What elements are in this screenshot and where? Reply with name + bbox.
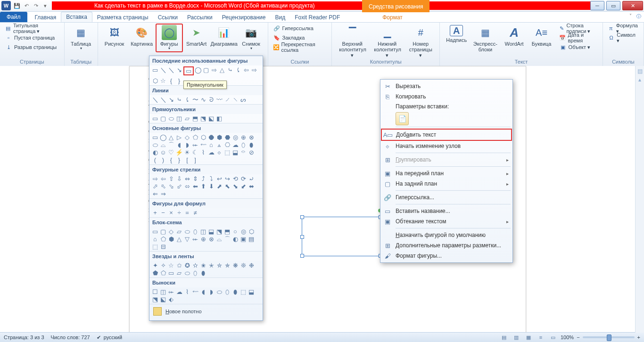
page-number-button[interactable]: #Номер страницы ▾	[405, 24, 437, 58]
shape[interactable]: ☾	[191, 149, 199, 156]
signature-line-button[interactable]: ✎Строка подписи ▾	[557, 24, 600, 33]
shape[interactable]: ⬮	[199, 269, 207, 277]
shape[interactable]: ⇩	[175, 175, 183, 182]
shape[interactable]: ⇔	[183, 175, 191, 182]
shape-textbox[interactable]: ▭	[151, 66, 159, 73]
symbol-button[interactable]: ΩСимвол ▾	[606, 33, 641, 42]
shape[interactable]: ▷	[175, 134, 183, 141]
shape[interactable]: ÷	[175, 209, 183, 216]
shape[interactable]: ⬊	[231, 183, 239, 190]
shape[interactable]: ⬰	[167, 288, 175, 295]
view-outline[interactable]: ≡	[536, 333, 545, 342]
shape[interactable]: ⬅	[191, 183, 199, 190]
smartart-button[interactable]: ➤SmartArt	[183, 24, 210, 52]
shape[interactable]: ◇	[167, 228, 175, 235]
shape[interactable]: ○	[231, 228, 239, 235]
shape[interactable]: ⬂	[167, 183, 175, 190]
shape[interactable]: ⬰	[191, 141, 199, 148]
blank-page-button[interactable]: ▫Пустая страница	[3, 33, 61, 42]
shape[interactable]: ⬁	[159, 183, 167, 190]
shape-rounded-rect[interactable]: ▢	[202, 66, 210, 73]
view-draft[interactable]: ▭	[548, 333, 558, 342]
tab-format[interactable]: Формат	[378, 13, 407, 22]
ctx-copy[interactable]: ⎘Копировать	[381, 91, 512, 102]
zoom-slider[interactable]	[583, 336, 635, 338]
shape[interactable]: ⬭	[215, 288, 223, 295]
shape-rect[interactable]: ◧	[215, 115, 223, 122]
shape-hex[interactable]: ⬡	[151, 77, 159, 84]
ctx-text-wrap[interactable]: ▣Обтекание текстом▸	[381, 216, 512, 227]
shape[interactable]: ⬓	[207, 228, 215, 235]
shape-line[interactable]: ᔕ	[239, 96, 247, 103]
redo-icon[interactable]: ↷	[32, 2, 40, 9]
shape-rect[interactable]: ⬭	[167, 115, 175, 122]
shape[interactable]: ⬕	[159, 296, 167, 303]
shape-rect[interactable]: ⬒	[191, 115, 199, 122]
shape[interactable]: ◐	[151, 149, 159, 156]
shape[interactable]: ✮	[215, 262, 223, 269]
shape-brace[interactable]: {	[167, 77, 175, 84]
shape[interactable]: ⌔	[239, 149, 247, 156]
tab-view[interactable]: Вид	[270, 13, 290, 22]
shape[interactable]: ☁	[175, 288, 183, 295]
shape[interactable]: ⊕	[239, 134, 247, 141]
shape[interactable]: ▱	[175, 269, 183, 277]
shape[interactable]: ✫	[191, 262, 199, 269]
shape[interactable]: ⬆	[199, 183, 207, 190]
shape[interactable]: ⬯	[223, 288, 231, 295]
shape[interactable]: ⬓	[248, 288, 255, 295]
ctx-add-text[interactable]: A▭Добавить текст	[381, 129, 512, 141]
shape[interactable]: ⤵	[207, 175, 215, 182]
shape[interactable]: ⌂	[151, 236, 159, 243]
shape[interactable]: ◫	[199, 228, 207, 235]
shape[interactable]: ⬄	[183, 183, 191, 190]
view-full-read[interactable]: ▥	[512, 333, 521, 342]
shape-connector[interactable]: ⤷	[226, 66, 234, 73]
tab-file[interactable]: Файл	[0, 12, 27, 22]
shape[interactable]: [	[183, 156, 191, 163]
tab-references[interactable]: Ссылки	[153, 13, 182, 22]
tab-review[interactable]: Рецензирование	[217, 13, 271, 22]
shape[interactable]: ♡	[167, 149, 175, 156]
shape-rectangle[interactable]: ▭	[183, 66, 194, 75]
shape[interactable]: ◇	[183, 134, 191, 141]
shape-arrow[interactable]: ⇨	[250, 66, 258, 73]
close-button[interactable]: ✕	[622, 1, 643, 10]
shape[interactable]: ⬉	[223, 183, 231, 190]
view-web[interactable]: ▦	[524, 333, 533, 342]
shape[interactable]: ⬚	[223, 149, 231, 156]
shape-star[interactable]: ☆	[159, 77, 167, 84]
zoom-out-button[interactable]: −	[577, 334, 579, 340]
zoom-thumb[interactable]	[607, 334, 611, 341]
paste-option-button[interactable]: 📄	[396, 112, 409, 125]
shape[interactable]: ⊗	[248, 134, 255, 141]
shape[interactable]: ☐	[151, 288, 159, 295]
shape-curve[interactable]: 〜	[191, 96, 199, 103]
cover-page-button[interactable]: ▤Титульная страница ▾	[3, 24, 61, 33]
help-icon[interactable]: ⓘ	[636, 13, 641, 20]
shape-arrow-line[interactable]: ↘	[175, 66, 183, 73]
dropcap-button[interactable]: A≡Буквица	[528, 24, 555, 52]
shape[interactable]: ❋	[231, 262, 239, 269]
shape-triangle[interactable]: △	[218, 66, 226, 73]
shape[interactable]: ⇕	[191, 175, 199, 182]
shape[interactable]: ⬈	[215, 183, 223, 190]
shape[interactable]: ◎	[239, 228, 247, 235]
shape[interactable]: ▢	[159, 228, 167, 235]
shape[interactable]: ⬠	[191, 134, 199, 141]
shape-connector[interactable]: ⤹	[234, 66, 242, 73]
shape[interactable]: ✧	[159, 262, 167, 269]
shape[interactable]: ◫	[159, 288, 167, 295]
status-page[interactable]: Страница: 3 из 3	[4, 334, 44, 340]
shape[interactable]: −	[159, 209, 167, 216]
view-print-layout[interactable]: ▤	[499, 333, 509, 342]
ctx-more-layout[interactable]: ⊞Дополнительные параметры разметки...	[381, 240, 512, 251]
footer-button[interactable]: ▁Нижний колонтитул ▾	[370, 24, 405, 58]
tab-layout[interactable]: Разметка страницы	[92, 13, 153, 22]
shape[interactable]: ◖	[175, 141, 183, 148]
shape-connector[interactable]: ⤷	[175, 96, 183, 103]
crossref-button[interactable]: 🔀Перекрестная ссылка	[271, 42, 329, 52]
shape[interactable]: ⇧	[167, 175, 175, 182]
hyperlink-button[interactable]: 🔗Гиперссылка	[271, 24, 329, 33]
shape-rect[interactable]: ▭	[151, 115, 159, 122]
